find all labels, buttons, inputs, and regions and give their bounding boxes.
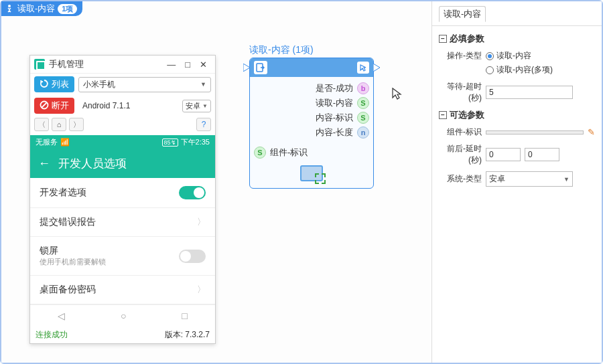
input-port-icon[interactable]: [243, 64, 250, 72]
radio-read-single[interactable]: 读取-内容: [486, 50, 553, 62]
setting-label: 开发者选项: [40, 187, 179, 199]
collapse-icon: −: [439, 35, 447, 43]
radio-read-multi[interactable]: 读取-内容(多项): [486, 64, 553, 76]
type-badge-string: S: [357, 112, 369, 124]
label-sys-type: 系统-类型: [439, 173, 482, 185]
input-delay-after[interactable]: 0: [525, 148, 559, 161]
phone-screen: 无服务 📶 85↯ 下午2:35 ← 开发人员选项 开发者选项: [30, 135, 215, 327]
signal-icon: 📶: [60, 138, 70, 147]
setting-label: 锁屏: [40, 245, 179, 257]
phone-manager-window: 手机管理 — □ ✕ 列表 小米手机 ▼: [29, 55, 216, 344]
output-label: 读取-内容: [316, 97, 353, 109]
device-dropdown[interactable]: 小米手机 ▼: [78, 77, 211, 92]
nav-back-button[interactable]: 〈: [34, 118, 49, 131]
phone-soft-nav: ◁ ○ □: [30, 304, 215, 327]
node-header[interactable]: [250, 58, 373, 77]
select-value: 安卓: [489, 173, 505, 185]
nav-recent-icon[interactable]: □: [182, 310, 187, 321]
chevron-down-icon: ▼: [563, 176, 570, 183]
input-delay-before[interactable]: 0: [486, 148, 521, 161]
type-badge-string: S: [357, 97, 369, 109]
top-tag-label: 读取-内容: [17, 3, 55, 15]
nav-home-icon[interactable]: ○: [121, 310, 126, 321]
chevron-down-icon: ▼: [202, 103, 208, 109]
walk-icon: [4, 3, 15, 14]
setting-bug-report[interactable]: 提交错误报告 〉: [30, 208, 215, 237]
label-delay: 前后-延时(秒): [439, 143, 482, 166]
mouse-cursor-icon: [391, 87, 403, 104]
toggle-on[interactable]: [179, 186, 206, 199]
flow-node[interactable]: 是否-成功 b 读取-内容 S 内容-标识 S 内容-长度 n S 组件-: [249, 58, 374, 189]
edit-icon[interactable]: ✎: [588, 127, 595, 137]
list-button-label: 列表: [52, 78, 69, 90]
back-arrow-icon[interactable]: ←: [38, 157, 50, 171]
device-dropdown-value: 小米手机: [83, 79, 115, 90]
setting-dev-options[interactable]: 开发者选项: [30, 178, 215, 208]
node-input-component[interactable]: S 组件-标识: [250, 144, 373, 161]
connection-status: 连接成功: [36, 329, 165, 341]
setting-label: 提交错误报告: [40, 216, 197, 228]
select-sys-type[interactable]: 安卓 ▼: [486, 171, 573, 187]
setting-lock-screen[interactable]: 锁屏 使用手机前需要解锁: [30, 237, 215, 276]
list-button[interactable]: 列表: [34, 76, 74, 92]
optional-label: 可选参数: [450, 109, 484, 121]
optional-section-head[interactable]: − 可选参数: [439, 109, 595, 121]
disconnect-button[interactable]: 断开: [34, 98, 74, 114]
side-tabs: 读取-内容: [432, 1, 602, 26]
output-port-icon[interactable]: [373, 64, 380, 72]
maximize-button[interactable]: □: [185, 60, 190, 70]
svg-line-2: [42, 102, 47, 108]
radio-icon: [486, 52, 494, 60]
platform-dropdown-value: 安卓: [186, 101, 200, 111]
refresh-icon: [40, 79, 49, 90]
node-title: 读取-内容 (1项): [249, 44, 314, 56]
platform-dropdown[interactable]: 安卓 ▼: [182, 100, 211, 112]
chevron-down-icon: ▼: [200, 81, 206, 88]
nav-forward-button[interactable]: 〉: [69, 118, 84, 131]
required-label: 必填参数: [450, 33, 484, 45]
nav-home-button[interactable]: ⌂: [52, 118, 66, 131]
nav-back-icon[interactable]: ◁: [58, 310, 65, 321]
top-tag-badge: 1项: [58, 4, 77, 14]
phone-statusbar: 无服务 📶 85↯ 下午2:35: [30, 135, 215, 149]
toggle-off[interactable]: [179, 250, 206, 263]
export-icon: [254, 61, 267, 74]
properties-panel: 读取-内容 − 必填参数 操作-类型 读取-内容 读取-内容(多项): [431, 1, 602, 363]
window-title: 手机管理: [49, 58, 167, 70]
type-badge-string: S: [254, 147, 266, 159]
type-badge-number: n: [357, 126, 369, 139]
status-line: 连接成功 版本: 7.3.2.7: [30, 327, 215, 343]
input-label: 组件-标识: [270, 147, 308, 159]
type-badge-bool: b: [357, 82, 369, 94]
setting-backup-pwd[interactable]: 桌面备份密码 〉: [30, 276, 215, 304]
node-output-length[interactable]: 内容-长度 n: [253, 125, 371, 140]
output-label: 是否-成功: [316, 82, 353, 94]
setting-label: 桌面备份密码: [40, 284, 197, 296]
output-label: 内容-标识: [316, 112, 353, 124]
cursor-icon: [357, 62, 369, 74]
add-rect-icon[interactable]: [300, 165, 323, 181]
node-output-tag[interactable]: 内容-标识 S: [253, 110, 371, 125]
required-section-head[interactable]: − 必填参数: [439, 33, 595, 45]
label-op-type: 操作-类型: [439, 50, 482, 62]
node-output-success[interactable]: 是否-成功 b: [253, 81, 371, 96]
help-button[interactable]: ?: [196, 118, 211, 131]
close-button[interactable]: ✕: [200, 60, 207, 70]
input-wait-timeout[interactable]: 5: [486, 86, 573, 99]
service-label: 无服务: [36, 137, 58, 147]
output-label: 内容-长度: [316, 126, 353, 139]
svg-point-0: [8, 5, 11, 7]
input-component-tag[interactable]: [486, 130, 584, 134]
node-output-content[interactable]: 读取-内容 S: [253, 96, 371, 110]
titlebar: 手机管理 — □ ✕: [30, 56, 215, 74]
chevron-right-icon: 〉: [197, 284, 206, 296]
label-wait-timeout: 等待-超时(秒): [439, 81, 482, 104]
minimize-button[interactable]: —: [167, 60, 176, 70]
time-label: 下午2:35: [181, 137, 210, 147]
version-label: 版本: 7.3.2.7: [165, 329, 210, 341]
tab-read-content[interactable]: 读取-内容: [439, 6, 486, 22]
screen-title: 开发人员选项: [58, 156, 127, 171]
disconnect-button-label: 断开: [52, 100, 69, 112]
battery-icon: 85↯: [162, 139, 178, 147]
app-icon: [34, 59, 45, 70]
